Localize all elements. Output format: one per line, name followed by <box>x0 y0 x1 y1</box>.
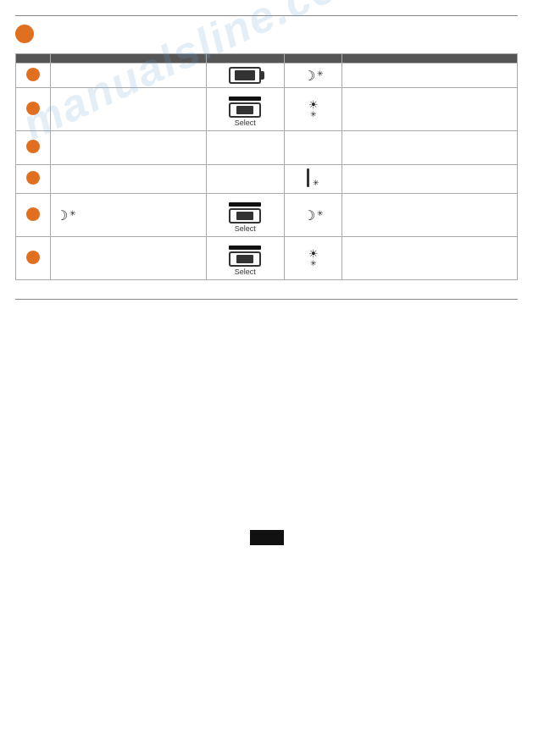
row2-num <box>16 88 51 131</box>
table-row: ☽✳ Select ☽✳ <box>16 194 518 237</box>
row6-num <box>16 237 51 280</box>
select-text-2: Select <box>235 224 256 233</box>
ast-glyph2: ✳ <box>69 209 76 218</box>
bottom-black-bar <box>250 530 284 545</box>
row3-num <box>16 131 51 165</box>
moon-asterisk-icon2: ☽✳ <box>303 207 324 223</box>
bottom-divider <box>15 299 518 300</box>
table-row: ☽✳ <box>16 63 518 88</box>
cursor-asterisk: ✳ <box>313 179 319 187</box>
row5-dot <box>26 207 40 221</box>
row1-dot <box>26 68 40 81</box>
select-bar <box>229 97 261 101</box>
sun-glyph-top2: ☀ <box>308 248 319 260</box>
row5-note <box>342 194 518 237</box>
row6-desc <box>51 237 207 280</box>
table-row: ✳ <box>16 165 518 194</box>
row2-dot <box>26 102 40 115</box>
select-icon-2: Select <box>229 202 261 233</box>
select-btn-inner2 <box>236 212 253 220</box>
row1-icon2: ☽✳ <box>284 63 342 88</box>
cursor-icon: ✳ <box>307 168 319 187</box>
row4-icon1 <box>206 165 284 194</box>
sun-asterisk2: ✳ <box>310 260 317 268</box>
battery-inner <box>235 70 255 80</box>
row3-dot <box>26 140 40 153</box>
row4-desc <box>51 165 207 194</box>
ast-glyph3: ✳ <box>317 209 324 218</box>
row3-icon2 <box>284 131 342 165</box>
select-text-3: Select <box>235 268 256 276</box>
select-text-1: Select <box>235 119 256 127</box>
th-num <box>16 54 51 63</box>
row5-icon1: Select <box>206 194 284 237</box>
row1-desc <box>51 63 207 88</box>
row3-icon1 <box>206 131 284 165</box>
table-row <box>16 131 518 165</box>
select-btn-inner3 <box>236 255 253 263</box>
select-bar3 <box>229 246 261 250</box>
row6-note <box>342 237 518 280</box>
row2-icon1: Select <box>206 88 284 131</box>
top-divider <box>15 15 518 16</box>
section-header <box>15 25 518 43</box>
row5-num <box>16 194 51 237</box>
main-table: ☽✳ Select ☀ <box>15 53 518 280</box>
moon-glyph: ☽ <box>303 68 315 84</box>
row5-icon2: ☽✳ <box>284 194 342 237</box>
moon-glyph3: ☽ <box>303 207 315 223</box>
row4-num <box>16 165 51 194</box>
select-btn <box>229 102 261 118</box>
row4-icon2: ✳ <box>284 165 342 194</box>
row4-dot <box>26 171 40 185</box>
table-row: Select ☀ ✳ <box>16 88 518 131</box>
th-desc <box>51 54 207 63</box>
select-icon-1: Select <box>229 97 261 127</box>
row6-icon1: Select <box>206 237 284 280</box>
th-icon1 <box>206 54 284 63</box>
row5-desc-moon: ☽✳ <box>56 207 76 223</box>
sun-double-icon: ☀ ✳ <box>308 99 319 119</box>
sun-glyph-top: ☀ <box>308 99 319 111</box>
row5-desc: ☽✳ <box>51 194 207 237</box>
row3-desc <box>51 131 207 165</box>
select-btn3 <box>229 251 261 267</box>
row1-icon1 <box>206 63 284 88</box>
sun-asterisk: ✳ <box>310 111 317 119</box>
moon-glyph2: ☽ <box>56 207 68 223</box>
sun-double-icon2: ☀ ✳ <box>308 248 319 268</box>
select-btn2 <box>229 208 261 223</box>
row4-note <box>342 165 518 194</box>
select-icon-3: Select <box>229 246 261 276</box>
row1-note <box>342 63 518 88</box>
select-bar2 <box>229 202 261 207</box>
battery-icon <box>229 67 261 84</box>
th-icon2 <box>284 54 342 63</box>
row6-icon2: ☀ ✳ <box>284 237 342 280</box>
row6-dot <box>26 251 40 264</box>
table-row: Select ☀ ✳ <box>16 237 518 280</box>
bottom-section <box>15 312 518 515</box>
th-note <box>342 54 518 63</box>
cursor-line <box>307 168 309 187</box>
section-orange-dot <box>15 25 34 43</box>
table-header-row <box>16 54 518 63</box>
row3-note <box>342 131 518 165</box>
moon-asterisk-icon: ☽✳ <box>303 68 324 84</box>
select-btn-inner <box>236 106 253 114</box>
asterisk-glyph: ✳ <box>317 69 324 78</box>
row2-icon2: ☀ ✳ <box>284 88 342 131</box>
row1-num <box>16 63 51 88</box>
row2-desc <box>51 88 207 131</box>
row2-note <box>342 88 518 131</box>
